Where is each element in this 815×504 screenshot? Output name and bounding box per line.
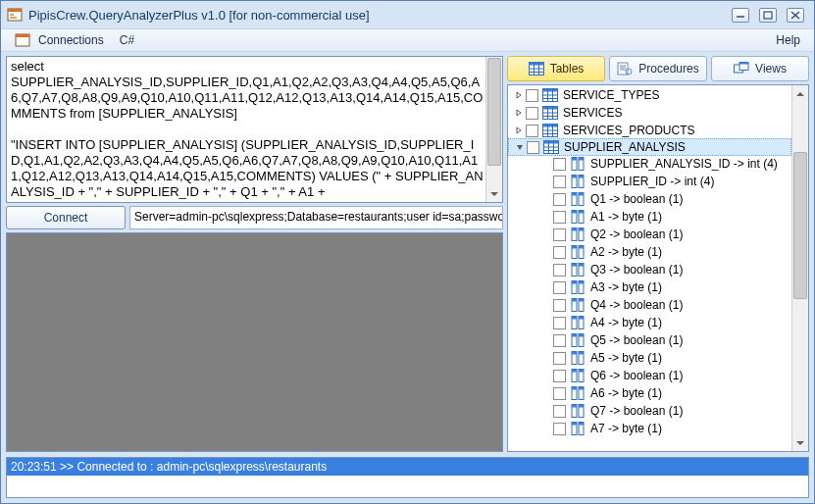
tree-checkbox[interactable] [553,387,566,400]
svg-rect-55 [579,176,584,178]
column-icon [570,333,586,347]
tree-column-label: Q6 -> boolean (1) [590,369,683,382]
tree-checkbox[interactable] [553,246,566,259]
svg-rect-103 [579,387,584,390]
tree-column-row[interactable]: Q4 -> boolean (1) [508,296,791,314]
tree-table-row[interactable]: SERVICES_PRODUCTS [508,122,791,139]
tree-checkbox[interactable] [553,193,566,206]
tree-column-row[interactable]: A4 -> byte (1) [508,314,791,331]
tree-checkbox[interactable] [553,228,566,241]
tree-column-row[interactable]: Q6 -> boolean (1) [508,367,791,384]
tree-checkbox[interactable] [553,299,566,312]
tree-expander[interactable] [512,126,526,134]
tree-table-row[interactable]: SERVICES [508,104,791,122]
tab-tables[interactable]: Tables [507,56,605,81]
tree-column-row[interactable]: SUPPLIER_ANALYSIS_ID -> int (4) [508,155,791,173]
tree-checkbox[interactable] [553,176,566,188]
svg-rect-75 [579,264,584,267]
tree-column-row[interactable]: A1 -> byte (1) [508,208,791,226]
left-pane: select SUPPLIER_ANALYSIS_ID,SUPPLIER_ID,… [1,52,505,454]
expand-icon[interactable] [515,109,523,117]
tree-table-row[interactable]: SUPPLIER_ANALYSIS [508,138,791,156]
log-box[interactable]: 20:23:51 >> Connected to : admin-pc\sqle… [6,457,809,498]
tree-column-row[interactable]: Q1 -> boolean (1) [508,190,791,208]
close-button[interactable] [787,8,804,23]
svg-rect-53 [572,176,577,178]
tree-column-row[interactable]: Q5 -> boolean (1) [508,331,791,349]
tree-expander[interactable] [512,91,526,99]
tree-expander[interactable] [512,109,526,117]
tree-column-label: Q5 -> boolean (1) [590,333,683,347]
column-icon [570,210,586,224]
expand-icon[interactable] [515,126,523,134]
column-icon [570,280,586,294]
collapse-icon[interactable] [516,143,524,151]
svg-rect-5 [764,12,772,19]
tree-column-row[interactable]: A2 -> byte (1) [508,243,791,261]
tree-checkbox[interactable] [553,211,566,224]
tree-column-row[interactable]: A6 -> byte (1) [508,384,791,402]
tree-checkbox[interactable] [527,141,539,154]
app-icon [7,7,23,23]
tree-checkbox[interactable] [553,334,566,347]
svg-rect-31 [543,107,558,110]
tree-checkbox[interactable] [553,370,566,382]
svg-rect-23 [739,63,748,65]
tree-column-label: A5 -> byte (1) [590,351,662,365]
tree-column-row[interactable]: A5 -> byte (1) [508,349,791,367]
tree-checkbox[interactable] [553,158,566,171]
tree-column-row[interactable]: Q2 -> boolean (1) [508,226,791,243]
table-icon [542,88,558,102]
tab-views[interactable]: Views [711,56,809,81]
tree-column-row[interactable]: A3 -> byte (1) [508,278,791,296]
result-grid[interactable] [6,232,503,452]
tree-checkbox[interactable] [553,405,566,418]
tree-column-label: Q2 -> boolean (1) [590,227,683,241]
tree-table-label: SERVICES [563,106,622,120]
menu-help[interactable]: Help [768,31,808,49]
tree-table-row[interactable]: SERVICE_TYPES [508,86,791,104]
tree-expander[interactable] [513,143,527,151]
scroll-thumb[interactable] [487,58,501,166]
connection-string-input[interactable]: Server=admin-pc\sqlexpress;Database=rest… [129,206,503,229]
tree-column-row[interactable]: SUPPLIER_ID -> int (4) [508,173,791,190]
tree-scroll-thumb[interactable] [793,152,807,299]
connect-button[interactable]: Connect [6,206,126,229]
menu-csharp[interactable]: C# [112,31,142,49]
tree-checkbox[interactable] [526,107,538,120]
maximize-button[interactable] [759,8,777,23]
tree-column-row[interactable]: A7 -> byte (1) [508,420,791,437]
svg-rect-107 [579,405,584,408]
scroll-down-button[interactable] [486,185,502,202]
tree-column-row[interactable]: Q7 -> boolean (1) [508,402,791,420]
tree-checkbox[interactable] [553,281,566,294]
tree-checkbox[interactable] [526,89,538,102]
procedures-icon [617,62,633,76]
query-editor[interactable]: select SUPPLIER_ANALYSIS_ID,SUPPLIER_ID,… [6,56,503,203]
column-icon [570,157,586,171]
tree-checkbox[interactable] [553,352,566,365]
tree-scroll-down[interactable] [792,434,808,451]
tab-procedures[interactable]: Procedures [609,56,707,81]
column-icon [570,386,586,400]
tree-checkbox[interactable] [553,264,566,277]
svg-rect-71 [579,246,584,249]
query-editor-text[interactable]: select SUPPLIER_ANALYSIS_ID,SUPPLIER_ID,… [7,57,502,202]
tree-scrollbar[interactable] [791,85,808,451]
minimize-button[interactable] [732,8,749,23]
tree-checkbox[interactable] [526,125,538,137]
tree-scroll-up[interactable] [792,85,808,102]
connections-icon [15,32,30,48]
menu-connections[interactable]: Connections [7,30,112,50]
svg-rect-3 [10,17,17,19]
schema-tree[interactable]: SERVICE_TYPESSERVICESSERVICES_PRODUCTSSU… [507,84,809,452]
tree-checkbox[interactable] [553,317,566,329]
tree-checkbox[interactable] [553,423,566,435]
editor-scrollbar[interactable] [485,57,502,202]
expand-icon[interactable] [515,91,523,99]
svg-rect-1 [8,9,22,12]
tab-procedures-label: Procedures [638,62,698,76]
svg-rect-95 [579,352,584,355]
tree-column-row[interactable]: Q3 -> boolean (1) [508,261,791,278]
svg-rect-87 [579,317,584,320]
